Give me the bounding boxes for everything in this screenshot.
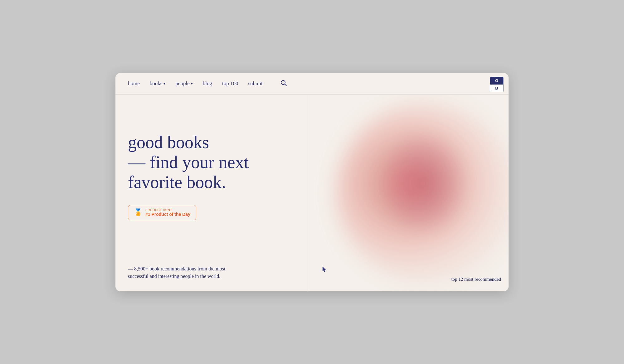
logo-bottom-letter: B	[490, 85, 503, 92]
books-dropdown-arrow: ▾	[163, 82, 165, 86]
logo-top-letter: G	[490, 77, 503, 85]
site-logo[interactable]: G B	[490, 77, 504, 92]
bottom-right-text: top 12 most recommended	[451, 277, 501, 282]
nav-blog[interactable]: blog	[203, 80, 212, 87]
browser-window: home books ▾ people ▾ blog top 100 submi…	[115, 73, 509, 291]
right-panel: top 12 most recommended	[307, 95, 509, 291]
hero-title: good books — find your next favorite boo…	[128, 132, 295, 192]
medal-icon: 🏅	[134, 208, 142, 216]
hero-text: good books — find your next favorite boo…	[128, 132, 295, 220]
svg-line-1	[285, 84, 286, 86]
bottom-tagline: — 8,500+ book recommendations from the m…	[128, 265, 295, 280]
nav-links: home books ▾ people ▾ blog top 100 submi…	[128, 80, 287, 88]
cursor	[322, 266, 326, 272]
product-hunt-badge[interactable]: 🏅 Product Hunt #1 Product of the Day	[128, 205, 196, 220]
left-panel: good books — find your next favorite boo…	[115, 95, 307, 291]
nav-books[interactable]: books ▾	[150, 80, 166, 87]
nav-top100[interactable]: top 100	[222, 80, 238, 87]
nav-people[interactable]: people ▾	[175, 80, 193, 87]
search-icon[interactable]	[280, 80, 287, 88]
ph-text: Product Hunt #1 Product of the Day	[145, 208, 190, 217]
main-content: good books — find your next favorite boo…	[115, 95, 509, 291]
nav-home[interactable]: home	[128, 80, 140, 87]
ph-label: Product Hunt	[145, 208, 190, 212]
nav-submit[interactable]: submit	[248, 80, 262, 87]
navigation: home books ▾ people ▾ blog top 100 submi…	[115, 73, 509, 95]
gradient-blob-secondary	[377, 129, 471, 238]
ph-badge-title: #1 Product of the Day	[145, 212, 190, 217]
people-dropdown-arrow: ▾	[191, 82, 193, 86]
